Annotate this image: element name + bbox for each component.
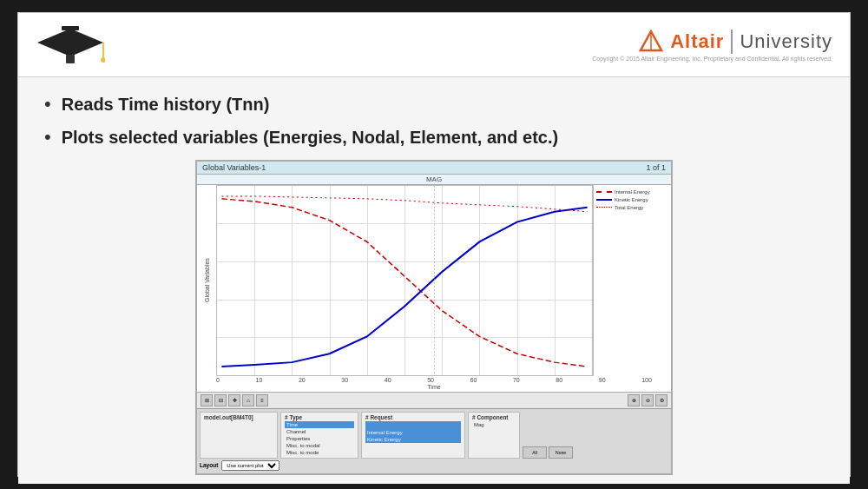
type-item-properties[interactable]: Properties xyxy=(285,435,354,442)
bottom-panel-row1: model.out[BM4T0] # Type Time Channel Pro… xyxy=(200,412,668,459)
request-item-kinetic[interactable]: Kinetic Energy xyxy=(365,436,461,443)
university-brand-text: University xyxy=(740,30,832,53)
chart-main: Global Variables xyxy=(197,185,671,376)
bullet-item-1: • Reads Time history (Tnn) xyxy=(44,93,824,116)
chart-xaxis: 0 10 20 30 40 50 60 70 80 90 100 xyxy=(197,376,671,384)
svg-rect-4 xyxy=(66,55,75,63)
svg-point-3 xyxy=(101,57,105,63)
chart-titlebar: Global Variables-1 1 of 1 xyxy=(197,162,671,175)
chart-svg xyxy=(217,186,592,375)
copyright-text: Copyright © 2015 Altair Engineering, Inc… xyxy=(592,56,832,62)
type-item-misc-mode[interactable]: Misc. to mode xyxy=(285,449,354,456)
chart-container: Global Variables-1 1 of 1 MAG Global Var… xyxy=(195,160,673,475)
svg-marker-0 xyxy=(37,29,103,56)
legend-item-3: Total Energy xyxy=(596,205,668,210)
layout-row: Layout Use current plot xyxy=(200,460,668,471)
altair-logo: Altair University xyxy=(639,30,832,54)
chart-page-indicator: 1 of 1 xyxy=(646,163,666,172)
type-item-channel[interactable]: Channel xyxy=(285,428,354,435)
graduation-cap-icon xyxy=(36,22,105,69)
chart-legend: Internal Energy Kinetic Energy Total Ene… xyxy=(593,185,671,376)
bullet-item-2: • Plots selected variables (Energies, No… xyxy=(44,126,824,149)
logo-divider xyxy=(731,30,733,54)
legend-label-2: Kinetic Energy xyxy=(615,197,648,202)
toolbar-btn-3[interactable]: ✥ xyxy=(228,394,240,406)
panel-component-label: # Component xyxy=(472,414,516,420)
legend-item-1: Internal Energy xyxy=(596,189,668,195)
chart-subtitle: MAG xyxy=(197,175,671,185)
layout-label: Layout xyxy=(200,462,218,468)
legend-line-2 xyxy=(596,199,612,201)
type-item-misc-modal[interactable]: Misc. to modal xyxy=(285,442,354,449)
request-search-input[interactable] xyxy=(368,423,458,428)
toolbar-btn-right-2[interactable]: ⊖ xyxy=(641,394,654,406)
toolbar-btn-right-3[interactable]: ⚙ xyxy=(655,394,667,406)
legend-label-3: Total Energy xyxy=(615,205,643,210)
legend-line-1 xyxy=(596,191,612,193)
bullet-marker-1: • xyxy=(44,93,51,116)
header: Altair University Copyright © 2015 Altai… xyxy=(18,13,850,77)
panel-type-label: # Type xyxy=(285,414,354,420)
legend-item-2: Kinetic Energy xyxy=(596,197,668,202)
toolbar-btn-1[interactable]: ⊞ xyxy=(201,394,213,406)
panel-request-label: # Request xyxy=(365,414,461,420)
chart-title: Global Variables-1 xyxy=(202,163,266,172)
layout-select[interactable]: Use current plot xyxy=(221,460,279,471)
logo-left xyxy=(36,22,105,69)
logo-right: Altair University Copyright © 2015 Altai… xyxy=(592,30,832,62)
toolbar-btn-2[interactable]: ⊟ xyxy=(214,394,227,406)
panel-request-section: # Request Internal Energy Kinetic Energy xyxy=(361,412,465,459)
toolbar-btn-5[interactable]: ≡ xyxy=(256,394,268,406)
btn-none[interactable]: None xyxy=(549,446,573,459)
type-item-time[interactable]: Time xyxy=(285,421,354,428)
altair-brand-text: Altair xyxy=(670,30,724,53)
slide-container: Altair University Copyright © 2015 Altai… xyxy=(17,12,851,477)
panel-buttons: All None xyxy=(523,412,573,459)
bullet-text-2: Plots selected variables (Energies, Noda… xyxy=(62,126,558,149)
chart-plot-area xyxy=(216,185,593,376)
btn-all[interactable]: All xyxy=(523,446,547,459)
toolbar-btn-right-1[interactable]: ⊕ xyxy=(628,394,640,406)
svg-rect-1 xyxy=(62,26,79,30)
bullet-text-1: Reads Time history (Tnn) xyxy=(62,93,270,116)
request-item-internal[interactable]: Internal Energy xyxy=(365,429,461,436)
panel-type-section: # Type Time Channel Properties Misc. to … xyxy=(280,412,358,459)
panel-model-section: model.out[BM4T0] xyxy=(200,412,278,459)
chart-toolbar[interactable]: ⊞ ⊟ ✥ ⌂ ≡ ⊕ ⊖ ⚙ xyxy=(197,392,671,408)
legend-line-3 xyxy=(596,207,612,208)
bullet-marker-2: • xyxy=(44,126,51,149)
legend-label-1: Internal Energy xyxy=(615,189,650,195)
bottom-panel: model.out[BM4T0] # Type Time Channel Pro… xyxy=(197,408,671,473)
panel-btn-row1: All None xyxy=(523,446,573,459)
component-item-mag[interactable]: Mag xyxy=(472,421,516,428)
panel-component-section: # Component Mag xyxy=(468,412,520,459)
altair-symbol-icon xyxy=(639,30,663,54)
chart-yaxis-label: Global Variables xyxy=(197,185,216,376)
chart-xaxis-label: Time xyxy=(197,384,671,392)
content-area: • Reads Time history (Tnn) • Plots selec… xyxy=(18,77,850,484)
toolbar-btn-4[interactable]: ⌂ xyxy=(242,394,254,406)
request-search-box[interactable] xyxy=(365,421,461,429)
